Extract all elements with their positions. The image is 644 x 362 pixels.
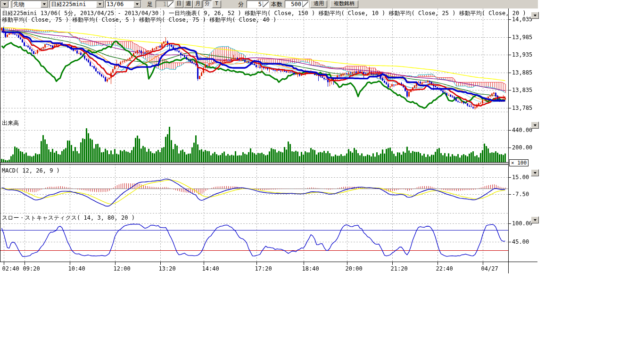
symbol-combo[interactable]: 日経225mini <box>50 0 104 8</box>
time-axis-label: 09:20 <box>23 266 40 272</box>
stoch-axis-label: 100.00 <box>512 221 532 227</box>
minute-value: 5 <box>247 1 263 8</box>
bar-count-value: 500 <box>285 1 302 8</box>
period-button-4[interactable]: 分 <box>203 0 212 8</box>
bar-interval-spinner[interactable]: 1 <box>156 0 174 8</box>
price-axis-label: 13,985 <box>512 34 532 41</box>
contract-combo-value: 13/06 <box>106 1 133 8</box>
combo-dropdown-icon[interactable] <box>133 1 141 8</box>
price-axis-label: 14,035 <box>512 16 532 23</box>
chevron-down-icon <box>534 124 537 126</box>
combo-dropdown-icon[interactable] <box>41 1 48 8</box>
minute-label: 分 <box>238 0 244 8</box>
combo-dropdown-icon[interactable] <box>1 1 8 8</box>
toolbar: 先物 日経225mini 13/06 足 1 日週月分T 分 5 本数 500 … <box>0 0 538 9</box>
minute-spinner[interactable]: 5 <box>247 0 269 8</box>
time-axis-label: 20:00 <box>346 266 363 272</box>
market-combo-value: 先物 <box>12 1 41 8</box>
volume-axis-label: 200.00 <box>512 145 532 151</box>
contract-month-combo[interactable]: 13/06 <box>105 0 141 8</box>
panel-scale-dropdown-button[interactable] <box>531 122 539 129</box>
chart-region: 日経225mini 13/06( 5分, 2013/04/25 - 2013/0… <box>0 8 540 275</box>
volume-axis-label: 440.00 <box>512 127 532 133</box>
stoch-axis-label: 45.00 <box>512 239 529 245</box>
period-button-1[interactable]: 日 <box>174 0 183 8</box>
period-button-5[interactable]: T <box>212 0 221 8</box>
panel-scale-dropdown-button[interactable] <box>531 169 539 176</box>
volume-multiplier-badge: × 100 <box>509 159 528 166</box>
bar-type-label: 足 <box>147 0 153 8</box>
period-button-3[interactable]: 月 <box>193 0 202 8</box>
bar-interval-value: 1 <box>156 1 167 8</box>
chevron-down-icon <box>534 172 537 174</box>
chart-application-window: 先物 日経225mini 13/06 足 1 日週月分T 分 5 本数 500 … <box>0 0 644 362</box>
combo-dropdown-icon[interactable] <box>96 1 104 8</box>
period-button-2[interactable]: 週 <box>184 0 193 8</box>
time-axis-label: 04/27 <box>481 266 498 272</box>
time-axis-label: 17:20 <box>255 266 272 272</box>
time-axis-label: 21:20 <box>391 266 408 272</box>
panel-scale-dropdown-button[interactable] <box>531 12 539 19</box>
time-axis-label: 10:40 <box>68 266 85 272</box>
price-axis-label: 13,785 <box>512 105 532 111</box>
price-axis-label: 13,885 <box>512 70 532 76</box>
spin-updown-icon[interactable] <box>263 1 269 7</box>
spin-updown-icon[interactable] <box>167 1 173 7</box>
time-axis-label: 14:40 <box>202 266 219 272</box>
price-axis-label: 13,935 <box>512 52 532 58</box>
bar-count-label: 本数 <box>271 0 282 8</box>
bar-count-spinner[interactable]: 500 <box>285 0 309 8</box>
macd-axis-label: 15.00 <box>512 174 529 181</box>
chevron-down-icon <box>534 219 537 221</box>
time-axis-label: 22:40 <box>436 266 453 272</box>
market-combo[interactable]: 先物 <box>12 0 49 8</box>
symbol-combo-value: 日経225mini <box>50 1 96 8</box>
panel-scale-dropdown-button[interactable] <box>531 216 539 223</box>
symbol-type-combo[interactable] <box>0 0 10 8</box>
multi-symbol-button[interactable]: 複数銘柄 <box>330 0 358 8</box>
time-axis-label: 12:00 <box>114 266 131 272</box>
time-axis-label: 13:20 <box>159 266 176 272</box>
chevron-down-icon <box>534 15 537 16</box>
time-axis-label: 18:40 <box>302 266 319 272</box>
time-axis-label: 02:40 <box>2 266 19 272</box>
price-volume-macd-stoch-chart-canvas[interactable] <box>0 8 540 275</box>
macd-axis-label: -7.50 <box>512 191 529 197</box>
apply-button[interactable]: 適用 <box>310 0 327 8</box>
price-axis-label: 13,835 <box>512 87 532 93</box>
spin-updown-icon[interactable] <box>302 1 308 7</box>
